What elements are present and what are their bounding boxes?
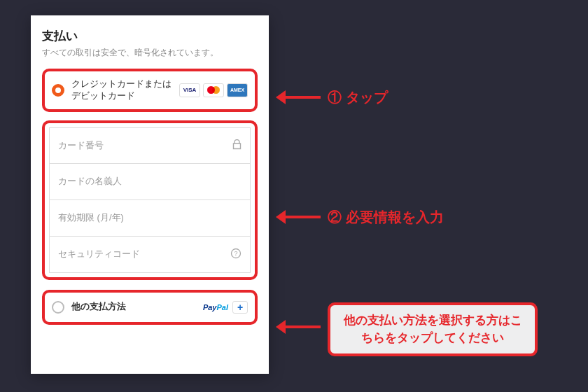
radio-unselected-icon bbox=[52, 301, 64, 314]
arrow-icon bbox=[279, 326, 321, 328]
mastercard-icon bbox=[203, 83, 224, 97]
card-holder-input[interactable]: カードの名義人 bbox=[49, 164, 251, 200]
annotation-step2: ② 必要情報を入力 bbox=[328, 208, 444, 227]
page-subtitle: すべての取引は安全で、暗号化されています。 bbox=[42, 47, 258, 59]
card-logos: VISA AMEX bbox=[179, 83, 248, 97]
paypal-icon: PayPal bbox=[203, 303, 228, 312]
card-number-input[interactable]: カード番号 bbox=[49, 127, 251, 164]
page-title: 支払い bbox=[42, 28, 258, 44]
arrow-icon bbox=[279, 96, 321, 99]
expiry-placeholder: 有効期限 (月/年) bbox=[58, 211, 124, 224]
credit-card-option[interactable]: クレジットカードまたはデビットカード VISA AMEX bbox=[42, 69, 258, 112]
card-holder-placeholder: カードの名義人 bbox=[58, 175, 122, 188]
cvc-input[interactable]: セキュリティコード ? bbox=[49, 237, 251, 273]
visa-icon: VISA bbox=[179, 83, 200, 97]
arrow-icon bbox=[279, 216, 321, 218]
card-fields-group: カード番号 カードの名義人 有効期限 (月/年) セキュリティコード ? bbox=[42, 120, 258, 280]
cvc-placeholder: セキュリティコード bbox=[58, 248, 140, 260]
plus-icon: + bbox=[232, 301, 248, 314]
help-icon[interactable]: ? bbox=[230, 248, 241, 261]
amex-icon: AMEX bbox=[227, 83, 248, 97]
svg-text:?: ? bbox=[234, 250, 237, 257]
other-payment-option[interactable]: 他の支払方法 PayPal + bbox=[42, 290, 258, 325]
expiry-input[interactable]: 有効期限 (月/年) bbox=[49, 200, 251, 237]
credit-card-label: クレジットカードまたはデビットカード bbox=[71, 78, 179, 102]
lock-icon bbox=[232, 139, 241, 152]
annotation-step3: 他の支払い方法を選択する方はこちらをタップしてください bbox=[328, 302, 538, 356]
card-number-placeholder: カード番号 bbox=[58, 139, 104, 152]
annotation-step1: ① タップ bbox=[328, 88, 388, 107]
payment-panel: 支払い すべての取引は安全で、暗号化されています。 クレジットカードまたはデビッ… bbox=[31, 15, 269, 374]
other-payment-label: 他の支払方法 bbox=[71, 301, 203, 313]
radio-selected-icon bbox=[52, 84, 64, 97]
